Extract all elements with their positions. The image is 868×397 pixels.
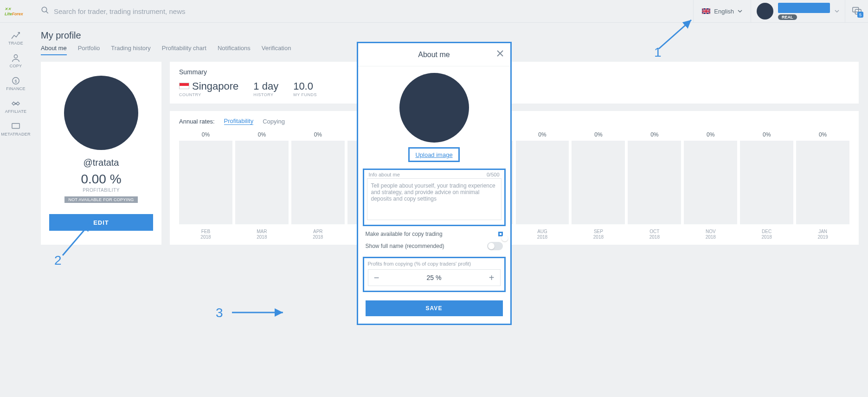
nav-label: AFFILIATE <box>5 109 27 114</box>
bar <box>179 141 232 224</box>
dollar-icon: $ <box>11 77 21 85</box>
chat-button[interactable]: 5 <box>845 0 868 22</box>
decrement-button[interactable]: − <box>368 270 385 286</box>
funds-value: 10.0 <box>293 80 317 92</box>
nav-copy[interactable]: COPY <box>10 54 22 68</box>
nav-trade[interactable]: TRADE <box>8 31 23 46</box>
upload-highlight: Upload image <box>408 147 459 162</box>
user-name-redacted <box>778 3 830 13</box>
bar <box>516 141 569 224</box>
stat-country: Singapore COUNTRY <box>179 80 238 97</box>
bar-chart: 0%FEB20180%MAR20180%APR20180%MAY20180%JU… <box>179 131 849 240</box>
bar-value: 0% <box>650 131 658 138</box>
bar-col: 0%APR2018 <box>291 131 345 240</box>
search-wrap <box>32 6 693 16</box>
nav-finance[interactable]: $FINANCE <box>6 77 26 91</box>
bar-col: 0%JAN2019 <box>796 131 849 240</box>
bar-col: 0%SEP2018 <box>572 131 625 240</box>
info-counter: 0/500 <box>487 172 500 177</box>
profits-highlight: Profits from copying (% of copy traders'… <box>363 257 506 292</box>
bar-value: 0% <box>258 131 266 138</box>
chevron-down-icon <box>835 7 839 15</box>
nav-metatrader[interactable]: METATRADER <box>1 122 31 137</box>
bar <box>740 141 793 224</box>
chart-icon <box>11 31 21 39</box>
bar-col: 0%NOV2018 <box>684 131 737 240</box>
sg-flag-icon <box>179 83 189 89</box>
about-me-modal: About me Upload image Info about me 0/50… <box>357 42 512 325</box>
language-selector[interactable]: English <box>693 0 751 22</box>
annotation-label: 2 <box>54 253 62 268</box>
close-icon <box>496 50 504 57</box>
bar-value: 0% <box>594 131 602 138</box>
profitability-label: PROFITABILITY <box>83 188 120 193</box>
avatar <box>757 3 773 20</box>
bar <box>684 141 737 224</box>
svg-rect-10 <box>12 124 19 129</box>
about-textarea[interactable] <box>367 178 502 220</box>
tab-portfolio[interactable]: Portfolio <box>78 45 100 55</box>
bar-value: 0% <box>763 131 771 138</box>
modal-title: About me <box>418 51 450 59</box>
chat-badge: 5 <box>857 12 863 18</box>
tab-about-me[interactable]: About me <box>41 45 67 55</box>
toggle-highlight <box>498 232 503 236</box>
bar-label: MAR2018 <box>257 229 267 240</box>
close-button[interactable] <box>496 50 504 59</box>
bar-col: 0%AUG2018 <box>516 131 569 240</box>
rates-tab-copying[interactable]: Copying <box>263 118 285 125</box>
tab-trading-history[interactable]: Trading history <box>111 45 151 55</box>
profits-value: 25 % <box>385 274 483 281</box>
summary-card: Summary Singapore COUNTRY 1 day HISTORY <box>170 62 859 104</box>
svg-line-3 <box>46 11 48 13</box>
topbar: ✕✕LiteForex English REAL 5 <box>0 0 868 23</box>
bar <box>235 141 289 224</box>
bar-label: FEB2018 <box>200 229 211 240</box>
tab-profitability-chart[interactable]: Profitability chart <box>162 45 206 55</box>
edit-button[interactable]: EDIT <box>49 214 153 231</box>
svg-text:$: $ <box>14 79 17 84</box>
copy-trading-toggle-label: Make available for copy trading <box>366 231 443 237</box>
history-value: 1 day <box>253 80 278 92</box>
upload-image-link[interactable]: Upload image <box>415 151 452 158</box>
profile-card: @tratata 0.00 % PROFITABILITY NOT AVAILA… <box>41 62 161 245</box>
increment-button[interactable]: + <box>483 270 500 286</box>
search-input[interactable] <box>54 7 286 15</box>
rates-card: Annual rates: Profitability Copying 0%FE… <box>170 111 859 245</box>
avatar <box>64 76 138 150</box>
bar-value: 0% <box>314 131 322 138</box>
profits-stepper: − 25 % + <box>368 269 501 286</box>
country-label: COUNTRY <box>179 92 238 97</box>
tab-verification[interactable]: Verification <box>262 45 291 55</box>
chevron-down-icon <box>738 8 742 15</box>
monitor-icon <box>11 122 21 130</box>
svg-text:LiteForex: LiteForex <box>5 12 24 17</box>
nav-label: COPY <box>10 64 22 68</box>
bar <box>572 141 625 224</box>
bar-col: 0%FEB2018 <box>179 131 232 240</box>
country-value: Singapore <box>192 80 238 92</box>
bar-label: JAN2019 <box>817 229 828 240</box>
stat-history: 1 day HISTORY <box>253 80 278 97</box>
info-highlight: Info about me 0/500 <box>363 169 506 226</box>
fullname-toggle[interactable] <box>487 242 503 250</box>
logo[interactable]: ✕✕LiteForex <box>0 5 32 17</box>
bar-value: 0% <box>538 131 546 138</box>
fullname-toggle-label: Show full name (recommended) <box>366 243 444 249</box>
bar <box>796 141 849 224</box>
bar-value: 0% <box>819 131 827 138</box>
sidebar: TRADE COPY $FINANCE AFFILIATE METATRADER <box>0 23 32 397</box>
annotation-3: 3 <box>213 306 288 323</box>
bar-label: AUG2018 <box>537 229 547 240</box>
nav-affiliate[interactable]: AFFILIATE <box>5 99 27 114</box>
search-icon <box>41 6 49 16</box>
funds-label: MY FUNDS <box>293 92 317 97</box>
tab-notifications[interactable]: Notifications <box>218 45 251 55</box>
bar-col: 0%MAR2018 <box>235 131 289 240</box>
nav-label: TRADE <box>8 41 23 46</box>
bar-col: 0%DEC2018 <box>740 131 793 240</box>
save-button[interactable]: SAVE <box>366 300 503 316</box>
svg-point-2 <box>42 7 47 12</box>
user-menu[interactable]: REAL <box>751 0 845 22</box>
rates-tab-profitability[interactable]: Profitability <box>224 117 254 125</box>
